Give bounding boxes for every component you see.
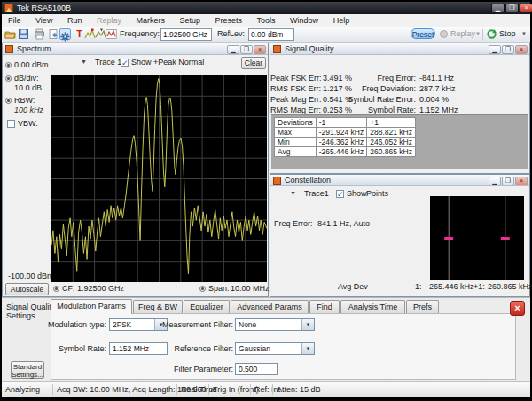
menu-item-help[interactable]: Help [327,14,356,27]
filter-parameter-input[interactable] [235,363,278,375]
signal-quality-titlebar[interactable]: Signal Quality ▁ ❒ × [270,43,529,55]
spectrum-show-checkbox[interactable]: ✓ [121,59,129,67]
menu-item-window[interactable]: Window [284,14,325,27]
deviations-table: Deviations -1 +1 Max -291.924 kHz 288.82… [274,117,416,157]
tab-advanced-params[interactable]: Advanced Params [231,300,309,313]
constellation-show-checkbox[interactable]: ✓ [336,190,344,198]
dev-max-plus1: 288.821 kHz [367,128,416,138]
menu-item-tools[interactable]: Tools [251,14,282,27]
dev-min-plus1: 246.052 kHz [367,138,416,147]
spectrum-plot[interactable] [51,75,267,282]
menu-item-run[interactable]: Run [61,14,89,27]
reflev-input[interactable] [248,28,294,41]
vbw-checkbox[interactable] [7,120,15,128]
ref-level-knob-icon[interactable] [5,62,12,68]
replay-dropdown-caret[interactable]: ▼ [475,27,481,42]
spectrum-minimize-button[interactable]: ▁ [227,45,239,54]
tab-equalizer[interactable]: Equalizer [184,300,230,313]
window-close-button[interactable]: × [520,4,532,12]
settings-close-button[interactable]: × [510,301,525,316]
run-stop-icon [487,29,497,39]
window-maximize-button[interactable]: ❒ [505,4,519,12]
sq-minimize-button[interactable]: ▁ [489,45,501,54]
dev-avg-label: Avg [275,147,317,157]
sq-maximize-button[interactable]: ❒ [502,45,514,54]
print-icon[interactable] [34,28,45,40]
con-minimize-button[interactable]: ▁ [489,177,501,185]
table-row: Min -246.362 kHz 246.052 kHz [275,138,416,147]
spectrum-trace-label[interactable]: Trace 1 [95,58,121,67]
constellation-trace-label[interactable]: Trace1 [304,189,329,198]
db-div-knob-icon[interactable] [5,75,12,82]
avg-dev-plus1-value: 260.865 kHz [488,282,532,291]
options-gear-button[interactable] [59,28,71,40]
db-div-value[interactable]: 10.0 dB [14,83,42,92]
open-file-icon[interactable] [4,28,16,40]
paste-settings-icon[interactable] [48,28,59,40]
constellation-trace-dropdown-arrow[interactable]: ▼ [290,190,296,196]
reference-filter-select[interactable]: Gaussian▼ [235,342,315,355]
measurement-filter-value: None [236,319,301,330]
standard-settings-button[interactable]: Standard Settings... [11,361,44,379]
con-close-button[interactable]: × [515,177,528,185]
menu-item-setup[interactable]: Setup [174,14,207,27]
sq-label-0: Peak FSK Err: [270,74,319,83]
spectrum-close-button[interactable]: × [254,45,266,54]
constellation-points-label[interactable]: Points [366,189,388,198]
constellation-show-label: Show [347,189,367,198]
table-row: Avg -265.446 kHz 260.865 kHz [275,147,416,157]
settings-panel-label-1: Signal Quality [6,303,56,311]
stop-button[interactable]: Stop [499,27,516,42]
dev-max-minus1: -291.924 kHz [316,128,367,138]
measurement-filter-select[interactable]: None▼ [235,318,315,331]
trace-dropdown-arrow[interactable]: ▼ [81,59,87,65]
menu-item-file[interactable]: File [2,14,27,27]
sq-label-4: Freq Error: [340,74,416,83]
settings-panel: Signal Quality Settings Modulation Param… [2,297,530,382]
sq-close-button[interactable]: × [515,45,528,54]
deviations-area: Deviations -1 +1 Max -291.924 kHz 288.82… [271,114,528,169]
constellation-plot[interactable] [430,196,524,280]
avg-dev-plus1-label: +1: [473,282,485,291]
constellation-titlebar[interactable]: Constellation ▁ ❒ × [270,175,529,186]
save-icon[interactable] [18,28,29,40]
menu-item-view[interactable]: View [29,14,59,27]
span-knob-icon[interactable] [200,286,206,292]
tab-find[interactable]: Find [309,300,340,313]
rbw-knob-icon[interactable] [5,98,12,104]
status-attenuation: Atten: 15 dB [277,382,321,397]
settings-panel-label-2: Settings [6,311,35,320]
clear-button[interactable]: Clear [241,57,266,69]
tab-modulation-params[interactable]: Modulation Params [51,299,132,314]
spectrum-panel-titlebar[interactable]: Spectrum ▁ ❒ × [3,43,268,55]
con-maximize-button[interactable]: ❒ [502,177,514,185]
stop-dropdown-caret[interactable]: ▼ [521,27,527,42]
symbol-rate-label: Symbol Rate: [28,344,106,353]
tab-prefs[interactable]: Prefs [406,300,439,313]
rbw-value[interactable]: 100 kHz [14,106,43,114]
cf-knob-icon[interactable] [53,286,59,292]
frequency-input[interactable] [160,28,212,41]
span-value[interactable]: 10.00 MHz [231,284,270,293]
autoscale-button[interactable]: Autoscale [5,283,49,295]
menu-item-presets[interactable]: Presets [209,14,249,27]
window-minimize-button[interactable]: ▁ [491,4,505,12]
status-trigger: Trig In (front) [213,382,259,397]
menu-bar: File View Run Replay Markers Setup Prese… [2,14,530,28]
span-label: Span: [208,284,230,293]
modulation-type-label: Modulation type: [28,320,106,329]
tab-freq-bw[interactable]: Freq & BW [133,300,183,313]
cf-value[interactable]: 1.92500 GHz [77,284,124,293]
standard-settings-line1: Standard [12,363,43,371]
spectrum-trace-mode[interactable]: +Peak Normal [153,58,204,67]
menu-item-replay: Replay [90,14,128,27]
tab-analysis-time[interactable]: Analysis Time [340,300,405,313]
menu-item-markers[interactable]: Markers [129,14,171,27]
spectrum-maximize-button[interactable]: ❒ [240,45,253,54]
ref-level-value[interactable]: 0.00 dBm [14,60,49,69]
trace-waveform-icon[interactable] [106,28,117,40]
sq-label-3: RMS Mag Err: [270,106,319,114]
preset-button[interactable]: Preset [411,28,435,39]
main-toolbar: T Frequency: RefLev: Preset Replay ▼ Sto… [2,27,530,43]
replay-button[interactable]: Replay [450,27,475,42]
